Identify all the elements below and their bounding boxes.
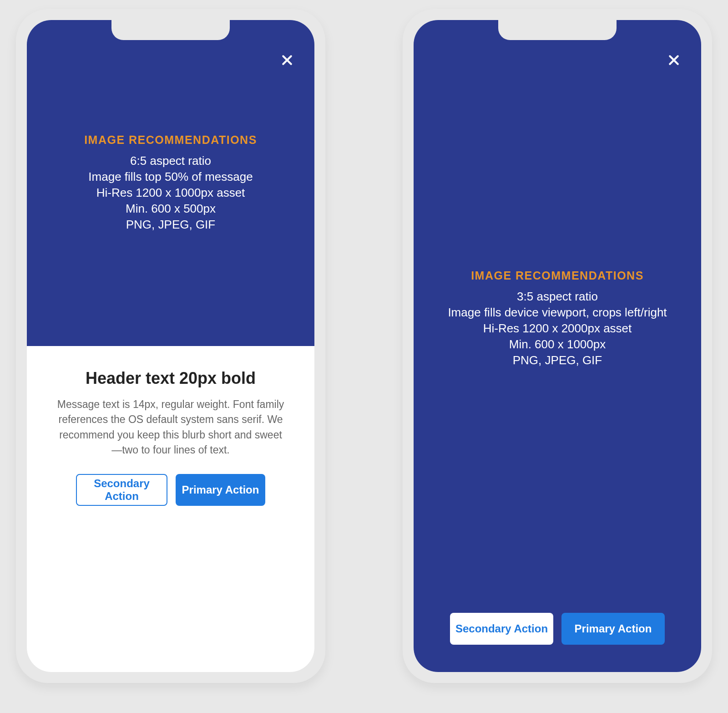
recommendation-line: 6:5 aspect ratio	[130, 153, 211, 169]
message-body: Message text is 14px, regular weight. Fo…	[54, 397, 287, 458]
device-notch	[498, 20, 617, 40]
secondary-action-button[interactable]: Secondary Action	[76, 474, 167, 506]
phone-mockup-left: IMAGE RECOMMENDATIONS 6:5 aspect ratio I…	[16, 9, 325, 683]
button-label: Secondary Action	[455, 622, 548, 635]
recommendations-title: IMAGE RECOMMENDATIONS	[84, 133, 257, 147]
button-row: Secondary Action Primary Action	[414, 613, 701, 645]
button-label: Primary Action	[182, 484, 259, 496]
recommendation-line: Min. 600 x 1000px	[448, 336, 667, 352]
recommendation-line: Image fills device viewport, crops left/…	[448, 305, 667, 321]
button-label: Primary Action	[575, 622, 652, 635]
phone-screen-right: IMAGE RECOMMENDATIONS 3:5 aspect ratio I…	[414, 20, 701, 672]
device-notch	[111, 20, 230, 40]
button-row: Secondary Action Primary Action	[54, 474, 287, 506]
phone-mockup-right: IMAGE RECOMMENDATIONS 3:5 aspect ratio I…	[403, 9, 712, 683]
secondary-action-button[interactable]: Secondary Action	[450, 613, 553, 645]
image-placeholder-area: IMAGE RECOMMENDATIONS 6:5 aspect ratio I…	[27, 20, 314, 346]
recommendation-line: 3:5 aspect ratio	[448, 289, 667, 305]
close-button[interactable]	[278, 52, 296, 70]
close-button[interactable]	[665, 52, 683, 70]
primary-action-button[interactable]: Primary Action	[176, 474, 265, 506]
recommendation-line: PNG, JPEG, GIF	[126, 217, 215, 233]
close-icon	[280, 53, 294, 69]
close-icon	[667, 53, 681, 69]
phone-screen-left: IMAGE RECOMMENDATIONS 6:5 aspect ratio I…	[27, 20, 314, 672]
recommendation-line: Hi-Res 1200 x 2000px asset	[448, 321, 667, 336]
recommendation-line: Min. 600 x 500px	[126, 201, 216, 217]
recommendation-line: Image fills top 50% of message	[88, 169, 253, 185]
fullscreen-image-area: IMAGE RECOMMENDATIONS 3:5 aspect ratio I…	[414, 20, 701, 672]
recommendation-line: Hi-Res 1200 x 1000px asset	[96, 185, 245, 201]
message-header: Header text 20px bold	[54, 369, 287, 388]
message-content-area: Header text 20px bold Message text is 14…	[27, 346, 314, 506]
primary-action-button[interactable]: Primary Action	[561, 613, 665, 645]
recommendations-title: IMAGE RECOMMENDATIONS	[448, 269, 667, 282]
recommendation-line: PNG, JPEG, GIF	[448, 352, 667, 368]
button-label: Secondary Action	[77, 477, 167, 503]
